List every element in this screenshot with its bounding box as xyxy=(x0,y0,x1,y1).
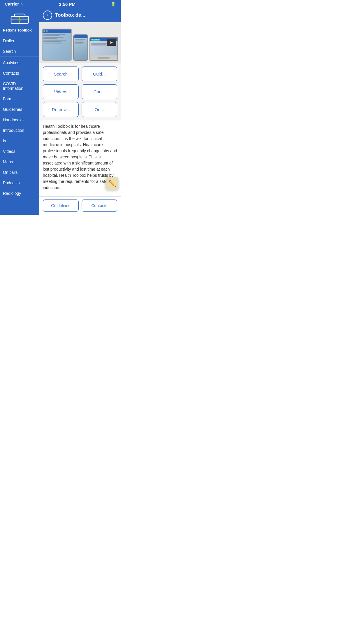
status-bar: Carrier ∿ 2:56 PM 🔋 xyxy=(0,0,121,8)
floating-edit-button[interactable]: ✏️ xyxy=(106,177,118,190)
carrier-wifi: Carrier ∿ xyxy=(5,1,24,7)
grid-btn-contacts[interactable]: Con... xyxy=(82,84,117,99)
sidebar-item-ix[interactable]: Ix xyxy=(0,136,39,146)
sidebar-item-analytics[interactable]: Analytics xyxy=(0,57,39,68)
grid-btn-guides[interactable]: Guid... xyxy=(82,66,117,81)
sidebar-item-maps[interactable]: Maps xyxy=(0,157,39,167)
hero-image: TOOLBOX xyxy=(39,22,121,63)
wifi-icon: ∿ xyxy=(20,1,24,6)
bottom-bar: Guidelines Contacts xyxy=(39,196,121,215)
sidebar-item-introduction[interactable]: Introduction xyxy=(0,125,39,136)
clock: 2:56 PM xyxy=(59,2,75,7)
grid-btn-search[interactable]: Search xyxy=(43,66,79,81)
back-icon: ‹ xyxy=(47,13,48,18)
sidebar-item-podcasts[interactable]: Podcasts xyxy=(0,178,39,188)
grid-buttons: Search Guid... Videos Con... Referrals O… xyxy=(39,63,121,120)
grid-btn-oncalls[interactable]: On... xyxy=(82,102,117,117)
sidebar-item-radiology[interactable]: Radiology xyxy=(0,188,39,199)
sidebar-item-oncalls[interactable]: On calls xyxy=(0,167,39,178)
tablet-mockup xyxy=(42,29,72,61)
battery-area: 🔋 xyxy=(110,1,116,7)
sidebar-item-contacts[interactable]: Contacts xyxy=(0,68,39,78)
toolbox-icon xyxy=(10,11,30,24)
main-layout: Petko's Toolbox Dialler Search Analytics… xyxy=(0,8,121,215)
battery-icon: 🔋 xyxy=(110,1,116,7)
pencil-icon: ✏️ xyxy=(108,180,116,187)
sidebar: Petko's Toolbox Dialler Search Analytics… xyxy=(0,8,39,215)
sidebar-item-videos[interactable]: Videos xyxy=(0,146,39,157)
bottom-btn-guidelines[interactable]: Guidelines xyxy=(43,200,79,212)
phone-mockup xyxy=(73,34,88,61)
sidebar-logo xyxy=(0,11,39,24)
sidebar-item-covid[interactable]: COVID Information xyxy=(0,78,39,94)
sidebar-item-search[interactable]: Search xyxy=(0,46,39,57)
sidebar-item-guidelines[interactable]: Guidelines xyxy=(0,104,39,115)
monitor-mockup: TOOLBOX xyxy=(89,37,118,61)
grid-btn-referrals[interactable]: Referrals xyxy=(43,102,79,117)
sidebar-item-forms[interactable]: Forms xyxy=(0,94,39,104)
grid-btn-videos[interactable]: Videos xyxy=(43,84,79,99)
content-panel: ‹ Toolbox de... xyxy=(39,8,121,215)
content-header: ‹ Toolbox de... xyxy=(39,8,121,22)
sidebar-item-handbooks[interactable]: Handbooks xyxy=(0,115,39,125)
devices-mockup: TOOLBOX xyxy=(39,22,121,63)
sidebar-item-dialler[interactable]: Dialler xyxy=(0,36,39,46)
back-button[interactable]: ‹ xyxy=(43,10,52,20)
sidebar-title: Petko's Toolbox xyxy=(0,28,35,36)
header-title: Toolbox de... xyxy=(55,12,85,18)
bottom-btn-contacts[interactable]: Contacts xyxy=(82,200,117,212)
